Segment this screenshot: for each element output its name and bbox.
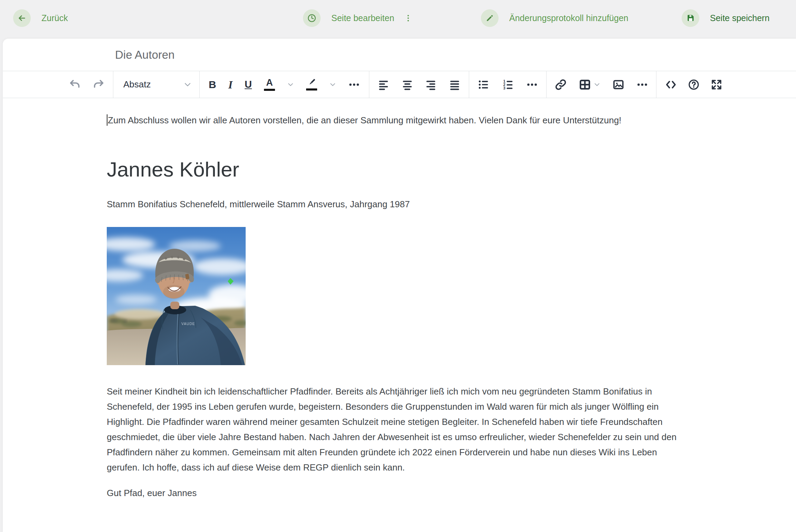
editor-toolbar: Absatz B I U A: [3, 71, 796, 98]
redo-icon[interactable]: [92, 78, 105, 91]
author-heading: Jannes Köhler: [107, 158, 796, 182]
edit-page-label: Seite bearbeiten: [331, 13, 394, 23]
back-label: Zurück: [41, 13, 68, 23]
text-color-button[interactable]: A: [264, 78, 275, 91]
chevron-down-icon[interactable]: [329, 81, 336, 88]
link-icon[interactable]: [555, 78, 567, 91]
text-color-swatch: [264, 89, 275, 91]
intro-text: Zum Abschluss wollen wir alle Autoren vo…: [108, 115, 622, 125]
edit-page-button[interactable]: Seite bearbeiten: [303, 9, 413, 27]
more-formatting-icon[interactable]: [348, 79, 360, 91]
add-changelog-label: Änderungsprotokoll hinzufügen: [509, 13, 628, 23]
save-icon: [682, 9, 699, 27]
toolbar-misc-group: [656, 71, 796, 98]
undo-icon[interactable]: [69, 78, 82, 91]
table-button[interactable]: [579, 78, 600, 91]
chevron-down-icon: [594, 81, 600, 88]
paragraph-style-dropdown[interactable]: Absatz: [113, 71, 200, 98]
author-subline: Stamm Bonifatius Schenefeld, mittlerweil…: [107, 198, 796, 210]
add-changelog-button[interactable]: Änderungsprotokoll hinzufügen: [481, 9, 628, 27]
bio-paragraph: Seit meiner Kindheit bin ich leidenschaf…: [107, 384, 691, 475]
text-color-letter: A: [266, 78, 273, 87]
closing-paragraph: Gut Pfad, euer Jannes: [107, 487, 796, 499]
author-photo[interactable]: VAUDE: [107, 227, 246, 365]
bullet-list-icon[interactable]: [477, 79, 489, 91]
toolbar-insert-group: [547, 71, 656, 98]
svg-text:3: 3: [503, 86, 505, 90]
italic-button[interactable]: I: [228, 79, 233, 90]
chevron-down-icon: [183, 80, 192, 89]
wiki-editor-window: Zurück Seite bearbeiten Änderungsprotoko…: [0, 0, 796, 532]
text-cursor: [107, 114, 107, 126]
toolbar-format-group: B I U A: [200, 71, 369, 98]
jacket-logo-text: VAUDE: [181, 322, 195, 326]
paragraph-style-label: Absatz: [123, 79, 151, 90]
bold-button[interactable]: B: [209, 79, 216, 90]
align-center-icon[interactable]: [401, 79, 413, 91]
chevron-down-icon[interactable]: [287, 81, 294, 88]
more-lists-icon[interactable]: [526, 79, 538, 91]
intro-paragraph: Zum Abschluss wollen wir alle Autoren vo…: [107, 114, 796, 126]
page-title-field[interactable]: Die Autoren: [115, 48, 174, 61]
align-left-icon[interactable]: [378, 79, 389, 91]
toolbar-history-group: [3, 71, 113, 98]
back-arrow-icon: [13, 9, 31, 27]
highlight-color-swatch: [306, 88, 317, 91]
editor-content-area[interactable]: Zum Abschluss wollen wir alle Autoren vo…: [3, 98, 796, 499]
table-icon: [579, 78, 591, 91]
toolbar-align-group: [369, 71, 469, 98]
toolbar-list-group: 123: [469, 71, 547, 98]
image-icon[interactable]: [612, 78, 625, 91]
pencil-icon: [481, 9, 499, 27]
edit-menu-kebab-icon[interactable]: [404, 14, 413, 22]
page-title-bar: Die Autoren: [3, 39, 796, 71]
highlighter-icon: [306, 78, 317, 87]
fullscreen-icon[interactable]: [710, 78, 723, 91]
more-insert-icon[interactable]: [636, 79, 648, 91]
save-page-button[interactable]: Seite speichern: [682, 9, 769, 27]
clock-icon: [303, 9, 321, 27]
back-button[interactable]: Zurück: [13, 9, 68, 27]
top-action-bar: Zurück Seite bearbeiten Änderungsprotoko…: [0, 0, 796, 39]
underline-button[interactable]: U: [245, 79, 252, 89]
save-page-label: Seite speichern: [710, 13, 769, 23]
ordered-list-icon[interactable]: 123: [502, 79, 514, 91]
highlight-color-button[interactable]: [306, 78, 317, 91]
code-view-icon[interactable]: [665, 78, 677, 91]
editor-card: Die Autoren Absatz B I U A: [3, 39, 796, 532]
help-icon[interactable]: [688, 78, 700, 91]
align-right-icon[interactable]: [425, 79, 437, 91]
align-justify-icon[interactable]: [449, 79, 461, 91]
